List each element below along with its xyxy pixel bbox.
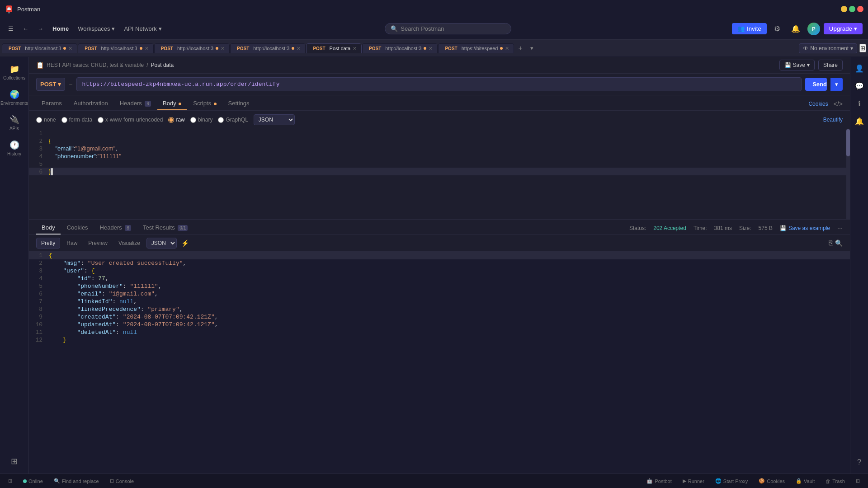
req-line-6: 6 }▌ <box>29 168 850 175</box>
settings-button[interactable]: ⚙ <box>770 23 784 35</box>
tab-bitespeed[interactable]: POST https://bitespeed ✕ <box>438 43 514 53</box>
cookies-status-button[interactable]: 🍪 Cookies <box>756 477 788 485</box>
tab-close-button[interactable]: ✕ <box>429 46 433 52</box>
tab-overflow-button[interactable]: ▾ <box>527 43 537 53</box>
right-sidebar-icon-5[interactable]: ? <box>854 455 865 470</box>
save-as-example-button[interactable]: 💾 Save as example <box>780 225 830 231</box>
code-icon[interactable]: </> <box>834 100 843 108</box>
start-proxy-button[interactable]: 🌐 Start Proxy <box>712 477 750 485</box>
body-urlencoded-option[interactable]: x-www-form-urlencoded <box>98 117 163 123</box>
search-response-button[interactable]: 🔍 <box>835 239 843 247</box>
sidebar-item-environments[interactable]: 🌍 Environments <box>2 86 27 109</box>
environment-selector[interactable]: 👁 No environment ▾ <box>799 43 857 53</box>
console-button[interactable]: ⊟ Console <box>107 477 137 485</box>
minimize-button[interactable] <box>841 6 847 12</box>
json-format-selector[interactable]: JSON Text JavaScript HTML XML <box>254 114 295 125</box>
response-more-button[interactable]: ⋯ <box>837 225 843 231</box>
environment-quick-look-button[interactable]: ⊞ <box>859 44 866 52</box>
tab-2[interactable]: POST http://localhost:3 ✕ <box>78 43 153 53</box>
tab-close-button[interactable]: ✕ <box>353 46 357 52</box>
bootcamp-button[interactable]: ⊞ <box>5 477 15 485</box>
tab-4[interactable]: POST http://localhost:3 ✕ <box>230 43 306 53</box>
tab-post-data[interactable]: POST Post data ✕ <box>306 43 362 53</box>
sidebar-item-history[interactable]: 🕐 History <box>2 136 27 160</box>
sidebar-item-collections[interactable]: 📁 Collections <box>2 61 27 84</box>
body-graphql-option[interactable]: GraphQL <box>218 117 248 123</box>
tab-close-button[interactable]: ✕ <box>505 46 509 52</box>
save-button[interactable]: 💾 Save ▾ <box>779 60 815 70</box>
fmt-tab-pretty[interactable]: Pretty <box>36 238 60 249</box>
resp-tab-headers[interactable]: Headers 8 <box>94 221 137 235</box>
invite-button[interactable]: 👥 Invite <box>732 23 767 34</box>
tab-3[interactable]: POST http://localhost:3 ✕ <box>154 43 230 53</box>
sidebar-item-apis[interactable]: 🔌 APIs <box>2 111 27 135</box>
resp-tab-cookies[interactable]: Cookies <box>61 221 94 235</box>
upgrade-button[interactable]: Upgrade ▾ <box>824 23 863 34</box>
resp-line-5: 5 "phoneNumber": "111111", <box>29 282 850 290</box>
tab-1[interactable]: POST http://localhost:3 ✕ <box>2 43 77 53</box>
back-button[interactable]: ← <box>20 23 31 34</box>
body-none-option[interactable]: none <box>36 117 56 123</box>
api-network-nav-button[interactable]: API Network ▾ <box>121 23 164 34</box>
vault-button[interactable]: 🔒 Vault <box>793 477 817 485</box>
runner-button[interactable]: ▶ Runner <box>680 477 707 485</box>
cookies-link[interactable]: Cookies <box>808 101 828 107</box>
hamburger-menu-button[interactable]: ☰ <box>5 23 16 34</box>
tab-scripts[interactable]: Scripts <box>188 97 222 110</box>
tab-headers[interactable]: Headers 9 <box>114 97 156 110</box>
online-status-button[interactable]: Online <box>20 478 46 485</box>
add-tab-button[interactable]: + <box>514 42 526 54</box>
filter-icon[interactable]: ⚡ <box>179 238 192 249</box>
fmt-tab-raw[interactable]: Raw <box>62 238 82 248</box>
close-button[interactable] <box>857 6 863 12</box>
top-navigation: ☰ ← → Home Workspaces ▾ API Network ▾ 🔍 … <box>0 18 868 40</box>
workspaces-nav-button[interactable]: Workspaces ▾ <box>75 23 118 34</box>
history-icon: 🕐 <box>9 140 19 150</box>
right-sidebar-icon-4[interactable]: 🔔 <box>851 113 868 129</box>
url-input[interactable] <box>76 77 802 91</box>
body-raw-option[interactable]: raw <box>168 117 184 123</box>
editor-scrollbar-thumb[interactable] <box>846 129 850 156</box>
avatar[interactable]: P <box>807 23 820 35</box>
breadcrumb-parent[interactable]: REST API basics: CRUD, test & variable <box>47 62 144 68</box>
tab-close-button[interactable]: ✕ <box>68 46 72 52</box>
search-bar[interactable]: 🔍 Search Postman <box>385 23 511 34</box>
send-button[interactable]: Send <box>805 78 827 91</box>
request-editor[interactable]: 1 2 { 3 "email":"1@gmail.com", 4 "phonen… <box>29 129 850 220</box>
beautify-link[interactable]: Beautify <box>823 117 843 123</box>
tab-settings[interactable]: Settings <box>223 97 255 110</box>
body-form-data-option[interactable]: form-data <box>61 117 92 123</box>
expand-button[interactable]: ⊞ <box>853 477 863 485</box>
tab-close-button[interactable]: ✕ <box>145 46 149 52</box>
copy-response-button[interactable]: ⎘ <box>829 239 833 247</box>
right-sidebar-icon-2[interactable]: 💬 <box>851 78 868 94</box>
resp-tab-test-results[interactable]: Test Results 0/1 <box>137 221 193 235</box>
tab-body[interactable]: Body <box>157 97 187 110</box>
tab-close-button[interactable]: ✕ <box>221 46 225 52</box>
find-replace-button[interactable]: 🔍 Find and replace <box>51 477 102 485</box>
home-nav-button[interactable]: Home <box>50 23 71 34</box>
req-line-1: 1 <box>29 129 850 137</box>
right-sidebar-icon-3[interactable]: ℹ <box>854 96 864 112</box>
tab-6[interactable]: POST http://localhost:3 ✕ <box>362 43 438 53</box>
response-format-selector[interactable]: JSON Text HTML <box>146 238 177 249</box>
body-binary-option[interactable]: binary <box>190 117 213 123</box>
trash-button[interactable]: 🗑 Trash <box>823 478 848 485</box>
share-button[interactable]: Share <box>818 60 843 70</box>
request-bar: POST ▾ ~ Send ▾ <box>29 74 850 95</box>
fmt-tab-preview[interactable]: Preview <box>84 238 112 248</box>
tab-authorization[interactable]: Authorization <box>68 97 113 110</box>
sidebar-item-more[interactable]: ⊞ <box>2 453 27 470</box>
right-sidebar-icon-1[interactable]: 👤 <box>851 61 868 76</box>
tab-close-button[interactable]: ✕ <box>297 46 301 52</box>
send-dropdown-button[interactable]: ▾ <box>830 78 843 91</box>
postbot-button[interactable]: 🤖 Postbot <box>644 477 674 485</box>
editor-scrollbar-track[interactable] <box>846 129 850 219</box>
resp-tab-body[interactable]: Body <box>36 221 61 235</box>
method-selector[interactable]: POST ▾ <box>36 78 65 91</box>
tab-params[interactable]: Params <box>36 97 67 110</box>
forward-button[interactable]: → <box>35 23 46 34</box>
fmt-tab-visualize[interactable]: Visualize <box>114 238 145 248</box>
notifications-button[interactable]: 🔔 <box>788 23 804 35</box>
maximize-button[interactable] <box>849 6 855 12</box>
